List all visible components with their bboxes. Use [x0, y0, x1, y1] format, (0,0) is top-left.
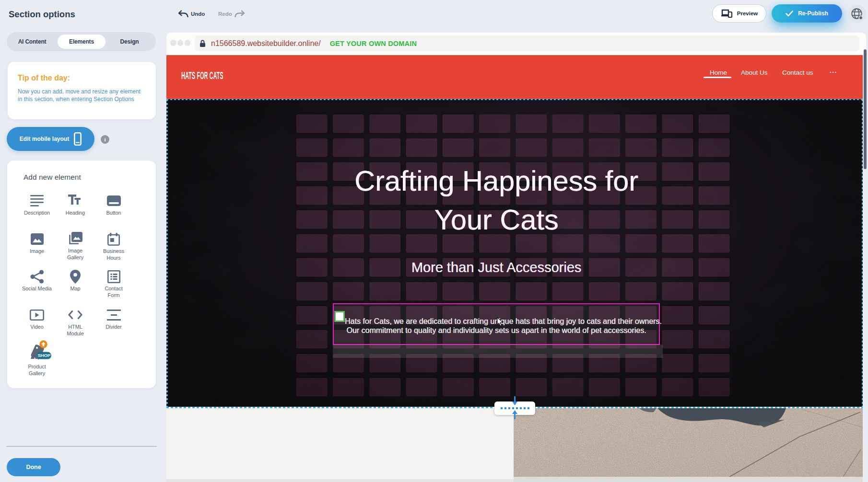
svg-text:SHOP: SHOP — [38, 353, 51, 358]
